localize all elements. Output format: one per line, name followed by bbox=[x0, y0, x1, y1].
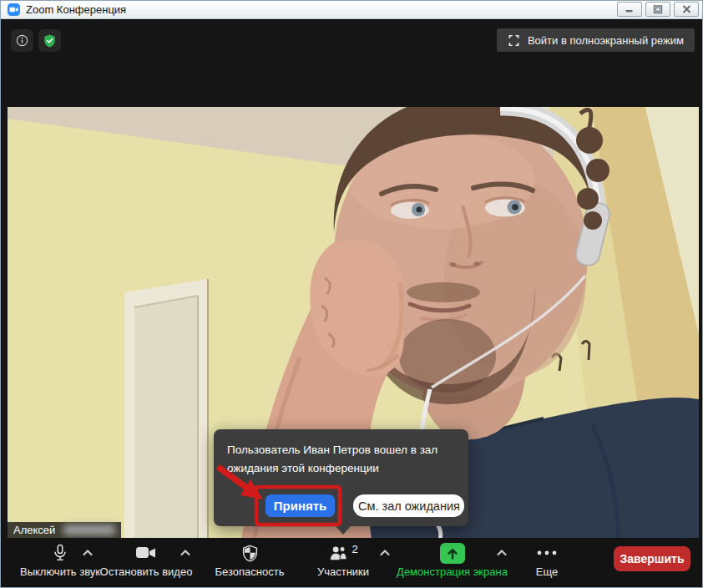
window-controls bbox=[617, 2, 699, 17]
share-screen-icon bbox=[440, 543, 465, 564]
video-options-chevron[interactable] bbox=[178, 546, 193, 558]
video-camera-icon bbox=[135, 545, 157, 561]
more-label: Еще bbox=[513, 565, 581, 578]
stop-video-label: Остановить видео bbox=[95, 565, 197, 578]
share-screen-label: Демонстрация экрана bbox=[387, 565, 517, 578]
meeting-toolbar: Выключить звук Остановить видео Безопасн… bbox=[2, 538, 701, 586]
fullscreen-icon bbox=[508, 34, 520, 47]
participants-count-badge: 2 bbox=[352, 543, 357, 555]
zoom-app-icon bbox=[8, 3, 20, 16]
popup-tail bbox=[336, 526, 351, 535]
security-shield-icon bbox=[241, 544, 259, 563]
chevron-up-icon bbox=[180, 549, 191, 556]
meeting-info-button[interactable] bbox=[11, 29, 33, 52]
participants-label: Участники bbox=[300, 565, 387, 578]
security-label: Безопасность bbox=[207, 565, 292, 578]
maximize-button[interactable] bbox=[645, 2, 670, 17]
window-title: Zoom Конференция bbox=[26, 3, 126, 16]
accept-button[interactable]: Принять bbox=[266, 494, 335, 517]
participant-name-tag: Алексей bbox=[8, 522, 121, 538]
chevron-up-icon bbox=[496, 549, 508, 556]
blurred-surname bbox=[63, 525, 115, 535]
waiting-room-notification: Пользователь Иван Петров вошел в зал ожи… bbox=[214, 429, 468, 526]
ellipsis-icon bbox=[536, 550, 558, 556]
fullscreen-button[interactable]: Войти в полноэкранный режим bbox=[497, 28, 695, 52]
info-icon bbox=[16, 33, 28, 48]
close-button[interactable] bbox=[674, 2, 699, 17]
end-meeting-button[interactable]: Завершить bbox=[614, 546, 690, 571]
minimize-button[interactable] bbox=[617, 2, 642, 17]
zoom-meeting-window: Zoom Конференция Войти в полноэкранный р… bbox=[0, 0, 703, 588]
share-options-chevron[interactable] bbox=[494, 546, 509, 558]
maximize-icon bbox=[653, 5, 663, 14]
chevron-up-icon bbox=[82, 549, 94, 556]
participants-button[interactable]: 2 Участники bbox=[300, 542, 387, 578]
participants-icon bbox=[328, 545, 349, 562]
participant-name: Алексей bbox=[13, 524, 55, 536]
shield-check-icon bbox=[43, 32, 56, 50]
microphone-icon bbox=[51, 543, 69, 564]
minimize-icon bbox=[625, 5, 635, 13]
audio-options-chevron[interactable] bbox=[80, 546, 95, 558]
notification-message: Пользователь Иван Петров вошел в зал ожи… bbox=[214, 429, 468, 477]
see-waiting-room-button[interactable]: См. зал ожидания bbox=[353, 494, 464, 517]
close-icon bbox=[682, 5, 691, 13]
encryption-status-button[interactable] bbox=[38, 29, 61, 52]
fullscreen-label: Войти в полноэкранный режим bbox=[528, 34, 684, 47]
security-button[interactable]: Безопасность bbox=[207, 542, 292, 578]
titlebar: Zoom Конференция bbox=[1, 1, 702, 19]
more-button[interactable]: Еще bbox=[513, 542, 581, 578]
